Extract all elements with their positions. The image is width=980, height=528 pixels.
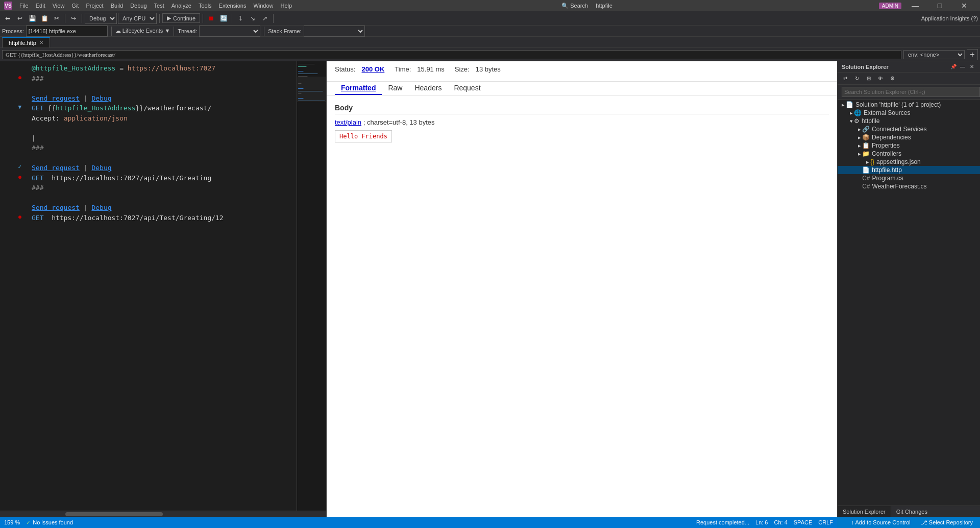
minimize-button[interactable]: — [903,0,927,11]
program-cs-label: Program.cs [872,175,903,182]
code-text: Send request | Debug [32,93,326,104]
menu-build[interactable]: Build [108,2,126,10]
se-pin-button[interactable]: 📌 [949,63,958,71]
main-layout: @httpfile_HostAddress = https://localhos… [0,61,980,517]
step-out-button[interactable]: ↗ [259,13,271,24]
debug-link2[interactable]: Debug [91,164,111,172]
line-gutter: ● [0,173,26,181]
maximize-button[interactable]: □ [928,0,951,11]
menu-extensions[interactable]: Extensions [216,2,250,10]
menu-edit[interactable]: Edit [33,2,48,10]
tree-connected-services[interactable]: ▸ 🔗 Connected Services [838,125,980,133]
tab-formatted[interactable]: Formatted [335,82,382,95]
menu-debug[interactable]: Debug [127,2,150,10]
process-input[interactable] [26,26,108,37]
tree-solution[interactable]: ▸ 📄 Solution 'httpfile' (1 of 1 project) [838,101,980,109]
send-request-link2[interactable]: Send request [32,164,80,172]
continue-button[interactable]: ▶ Continue [162,13,200,23]
menu-window[interactable]: Window [250,2,276,10]
cut-button[interactable]: ✂ [51,13,62,24]
se-title: Solution Explorer [842,64,889,70]
code-line: ● GET https://localhost:7027/api/Test/Gr… [0,213,326,223]
tab-solution-explorer[interactable]: Solution Explorer [838,506,891,517]
tree-httpfile-http[interactable]: 📄 httpfile.http [838,166,980,174]
code-text: Send request | Debug [32,163,326,173]
editor-scrollbar[interactable] [0,511,326,517]
send-request-link3[interactable]: Send request [32,204,80,211]
tree-dependencies[interactable]: ▸ 📦 Dependencies [838,133,980,141]
se-close-button[interactable]: ✕ [968,63,976,71]
undo-button[interactable]: ↩ [14,13,26,24]
code-line: Send request | Debug [0,93,326,104]
code-text [32,123,326,133]
line-gutter: ● [0,74,26,81]
stop-button[interactable]: ⏹ [206,13,217,24]
menu-file[interactable]: File [16,2,32,10]
tree-properties[interactable]: ▸ 📋 Properties [838,141,980,150]
redo-button[interactable]: ↪ [68,13,79,24]
title-bar: VS File Edit View Git Project Build Debu… [0,0,980,11]
title-right: ADMIN — □ ✕ [879,0,976,11]
debug-link[interactable]: Debug [91,94,111,102]
tab-git-changes[interactable]: Git Changes [891,506,933,517]
select-repo-button[interactable]: ⎇ Select Repository [918,519,976,526]
se-refresh-button[interactable]: ↻ [851,73,863,84]
debug-link3[interactable]: Debug [91,204,111,211]
config-select[interactable]: Debug [85,13,117,24]
back-button[interactable]: ⬅ [2,13,13,24]
menu-test[interactable]: Test [151,2,167,10]
crlf-label: CRLF [818,519,833,525]
se-filter-button[interactable]: ⚙ [887,73,898,84]
tab-request[interactable]: Request [448,82,486,95]
menu-git[interactable]: Git [68,2,82,10]
footer: 159 % ✓ No issues found Request complete… [0,517,980,528]
tab-httpfile[interactable]: httpfile.http ✕ [2,37,50,47]
menu-help[interactable]: Help [278,2,296,10]
platform-select[interactable]: Any CPU [118,13,157,24]
code-text: Accept: application/json [32,113,326,124]
se-controls: 📌 — ✕ [949,63,976,71]
code-line: ✓ Send request | Debug [0,163,326,173]
tab-headers[interactable]: Headers [408,82,448,95]
tree-program-cs[interactable]: C# Program.cs [838,174,980,182]
tree-project-httpfile[interactable]: ▾ ⚙ httpfile [838,117,980,125]
tree-appsettings[interactable]: ▸ {} appsettings.json [838,158,980,166]
lifecycle-label: ☁ Lifecycle Events ▼ [115,28,170,34]
send-request-link[interactable]: Send request [32,94,80,102]
env-select[interactable]: env: <none> [903,50,965,59]
tree-external-sources[interactable]: ▸ 🌐 External Sources [838,109,980,117]
tree-controllers[interactable]: ▸ 📁 Controllers [838,150,980,158]
se-show-all-button[interactable]: 👁 [875,73,886,84]
menu-analyze[interactable]: Analyze [168,2,194,10]
code-text [32,83,326,93]
tab-raw[interactable]: Raw [382,82,408,95]
thread-label: Thread: [178,28,197,34]
menu-view[interactable]: View [50,2,68,10]
zoom-level: 159 % [4,519,20,525]
se-collapse-button[interactable]: ⊟ [863,73,874,84]
se-sync-button[interactable]: ⇄ [840,73,851,84]
tab-close-icon[interactable]: ✕ [39,40,43,45]
add-request-button[interactable]: + [967,49,978,60]
editor-content[interactable]: @httpfile_HostAddress = https://localhos… [0,61,326,511]
menu-tools[interactable]: Tools [195,2,215,10]
title-center: 🔍 Search httpfile [561,3,612,9]
save-button[interactable]: 💾 [27,13,38,24]
se-search-input[interactable] [842,87,980,97]
menu-project[interactable]: Project [83,2,106,10]
copy-button[interactable]: 📋 [39,13,50,24]
status-code: 200 OK [361,65,384,73]
se-minimize-button[interactable]: — [959,63,967,71]
add-to-source-button[interactable]: ↑ Add to Source Control [848,519,914,526]
thread-select[interactable] [199,26,260,37]
stack-select[interactable] [304,26,365,37]
step-over-button[interactable]: ⤵ [235,13,246,24]
content-type-link[interactable]: text/plain [335,118,361,126]
code-line: Accept: application/json [0,113,326,124]
tree-weatherforecast-cs[interactable]: C# WeatherForecast.cs [838,182,980,190]
url-input[interactable] [2,50,901,59]
code-line: | [0,133,326,143]
step-into-button[interactable]: ↘ [247,13,258,24]
close-button[interactable]: ✕ [952,0,976,11]
restart-button[interactable]: 🔄 [218,13,229,24]
